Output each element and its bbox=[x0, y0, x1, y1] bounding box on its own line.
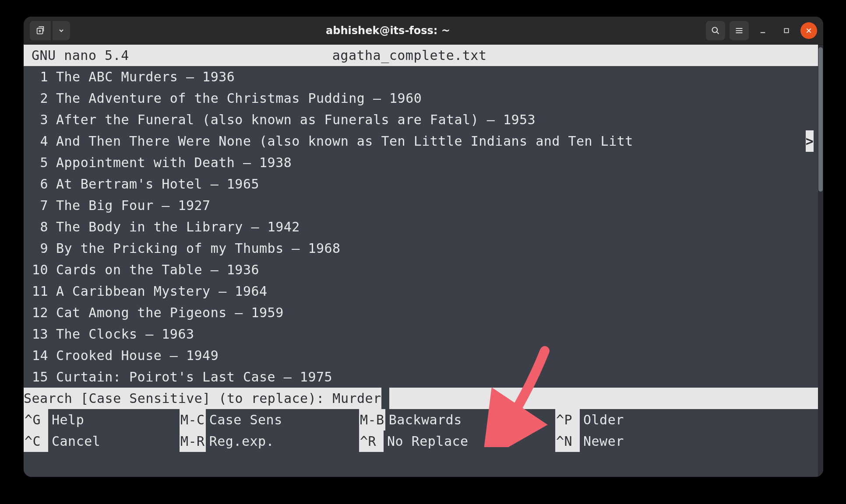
hamburger-icon bbox=[735, 26, 744, 35]
titlebar-left bbox=[30, 21, 70, 40]
editor-line[interactable]: 6At Bertram's Hotel – 1965 bbox=[24, 173, 823, 195]
maximize-button[interactable] bbox=[777, 21, 796, 40]
editor-line[interactable]: 10Cards on the Table – 1936 bbox=[24, 259, 823, 280]
shortcuts-area: ^GHelpM-CCase SensM-BBackwards^POlder^CC… bbox=[24, 409, 823, 452]
line-content: The Adventure of the Christmas Pudding –… bbox=[48, 88, 823, 109]
line-number: 15 bbox=[24, 366, 48, 388]
search-button[interactable] bbox=[706, 21, 725, 40]
shortcut-label: Help bbox=[48, 409, 84, 430]
line-content: Crooked House – 1949 bbox=[48, 345, 823, 366]
titlebar: abhishek@its-foss: ~ bbox=[24, 17, 823, 45]
line-number: 3 bbox=[24, 109, 48, 130]
search-icon bbox=[711, 26, 720, 35]
line-content: Curtain: Poirot's Last Case – 1975 bbox=[48, 366, 823, 388]
editor-line[interactable]: 1The ABC Murders – 1936 bbox=[24, 66, 823, 88]
terminal-window: abhishek@its-foss: ~ GNU nano 5.4 agatha bbox=[24, 17, 823, 477]
editor-line[interactable]: 4And Then There Were None (also known as… bbox=[24, 130, 823, 152]
line-content: Appointment with Death – 1938 bbox=[48, 152, 823, 173]
search-prompt: Search [Case Sensitive] (to replace): bbox=[24, 388, 332, 409]
shortcut-row: ^CCancelM-RReg.exp.^RNo Replace^NNewer bbox=[24, 430, 823, 452]
line-content: After the Funeral (also known as Funeral… bbox=[48, 109, 823, 130]
editor-line[interactable]: 14Crooked House – 1949 bbox=[24, 345, 823, 366]
line-number: 11 bbox=[24, 280, 48, 302]
editor-area[interactable]: 1The ABC Murders – 19362The Adventure of… bbox=[24, 66, 823, 388]
shortcut-label: Backwards bbox=[385, 409, 462, 430]
shortcut-key: ^P bbox=[555, 409, 580, 430]
shortcut-no-replace[interactable]: ^RNo Replace bbox=[359, 430, 555, 452]
line-number: 12 bbox=[24, 302, 48, 323]
new-tab-button[interactable] bbox=[30, 21, 51, 40]
shortcut-key: M-C bbox=[180, 409, 206, 430]
nano-header-spacer bbox=[129, 48, 332, 63]
editor-line[interactable]: 7The Big Four – 1927 bbox=[24, 195, 823, 216]
shortcut-key: ^R bbox=[359, 430, 384, 452]
shortcut-row: ^GHelpM-CCase SensM-BBackwards^POlder bbox=[24, 409, 823, 430]
shortcut-key: M-R bbox=[180, 430, 206, 452]
nano-app-name: GNU nano 5.4 bbox=[32, 48, 129, 63]
truncation-indicator: > bbox=[806, 130, 814, 152]
scrollbar-track[interactable] bbox=[818, 45, 823, 477]
titlebar-right bbox=[706, 21, 817, 40]
minimize-button[interactable] bbox=[753, 21, 772, 40]
close-button[interactable] bbox=[800, 22, 817, 39]
shortcut-key: ^N bbox=[555, 430, 580, 452]
line-number: 10 bbox=[24, 259, 48, 280]
shortcut-label: Cancel bbox=[48, 430, 100, 452]
line-number: 2 bbox=[24, 88, 48, 109]
minimize-icon bbox=[759, 27, 767, 35]
shortcut-newer[interactable]: ^NNewer bbox=[555, 430, 687, 452]
line-content: By the Pricking of my Thumbs – 1968 bbox=[48, 238, 823, 259]
shortcut-label: Case Sens bbox=[206, 409, 282, 430]
line-content: The Big Four – 1927 bbox=[48, 195, 823, 216]
line-content: A Caribbean Mystery – 1964 bbox=[48, 280, 823, 302]
line-number: 7 bbox=[24, 195, 48, 216]
line-content: Cards on the Table – 1936 bbox=[48, 259, 823, 280]
shortcut-key: ^C bbox=[24, 430, 48, 452]
close-icon bbox=[805, 27, 812, 34]
shortcut-label: No Replace bbox=[384, 430, 469, 452]
search-cursor bbox=[381, 388, 389, 409]
shortcut-older[interactable]: ^POlder bbox=[555, 409, 687, 430]
shortcut-key: ^G bbox=[24, 409, 48, 430]
shortcut-backwards[interactable]: M-BBackwards bbox=[359, 409, 555, 430]
svg-point-1 bbox=[712, 27, 718, 32]
shortcut-key: M-B bbox=[359, 409, 385, 430]
line-content: At Bertram's Hotel – 1965 bbox=[48, 173, 823, 195]
shortcut-cancel[interactable]: ^CCancel bbox=[24, 430, 180, 452]
editor-line[interactable]: 13The Clocks – 1963 bbox=[24, 323, 823, 345]
terminal-body: GNU nano 5.4 agatha_complete.txt 1The AB… bbox=[24, 45, 823, 477]
line-number: 5 bbox=[24, 152, 48, 173]
tab-menu-button[interactable] bbox=[53, 21, 70, 40]
menu-button[interactable] bbox=[730, 21, 749, 40]
line-number: 13 bbox=[24, 323, 48, 345]
shortcut-label: Newer bbox=[580, 430, 624, 452]
nano-filename: agatha_complete.txt bbox=[332, 48, 487, 63]
maximize-icon bbox=[783, 27, 790, 34]
shortcut-case-sens[interactable]: M-CCase Sens bbox=[180, 409, 359, 430]
line-number: 9 bbox=[24, 238, 48, 259]
shortcut-reg-exp-[interactable]: M-RReg.exp. bbox=[180, 430, 359, 452]
editor-line[interactable]: 9By the Pricking of my Thumbs – 1968 bbox=[24, 238, 823, 259]
editor-line[interactable]: 8The Body in the Library – 1942 bbox=[24, 216, 823, 238]
search-input-value[interactable]: Murder bbox=[332, 388, 381, 409]
line-number: 1 bbox=[24, 66, 48, 88]
search-bar: Search [Case Sensitive] (to replace): Mu… bbox=[24, 388, 823, 409]
shortcut-help[interactable]: ^GHelp bbox=[24, 409, 180, 430]
new-tab-icon bbox=[35, 26, 45, 35]
nano-header: GNU nano 5.4 agatha_complete.txt bbox=[24, 45, 823, 66]
scrollbar-thumb[interactable] bbox=[818, 47, 823, 192]
line-content: Cat Among the Pigeons – 1959 bbox=[48, 302, 823, 323]
editor-line[interactable]: 12Cat Among the Pigeons – 1959 bbox=[24, 302, 823, 323]
line-content: The Clocks – 1963 bbox=[48, 323, 823, 345]
shortcut-label: Reg.exp. bbox=[206, 430, 275, 452]
line-number: 6 bbox=[24, 173, 48, 195]
line-number: 4 bbox=[24, 130, 48, 152]
editor-line[interactable]: 5Appointment with Death – 1938 bbox=[24, 152, 823, 173]
editor-line[interactable]: 11A Caribbean Mystery – 1964 bbox=[24, 280, 823, 302]
editor-line[interactable]: 2The Adventure of the Christmas Pudding … bbox=[24, 88, 823, 109]
editor-line[interactable]: 15Curtain: Poirot's Last Case – 1975 bbox=[24, 366, 823, 388]
svg-rect-2 bbox=[784, 28, 788, 32]
editor-line[interactable]: 3After the Funeral (also known as Funera… bbox=[24, 109, 823, 130]
line-content: The Body in the Library – 1942 bbox=[48, 216, 823, 238]
line-number: 8 bbox=[24, 216, 48, 238]
